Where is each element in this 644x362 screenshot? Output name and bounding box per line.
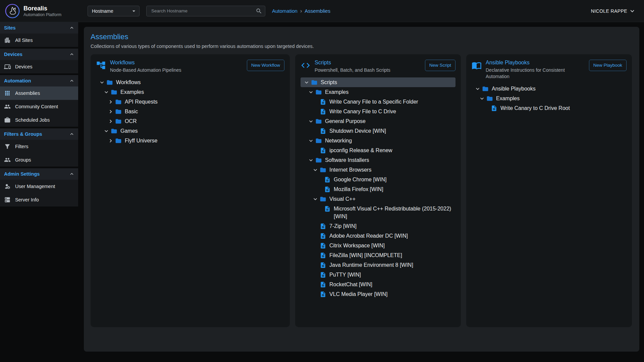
- tree-row[interactable]: Microsoft Visual C++ Redistributable (20…: [301, 204, 455, 221]
- chevron-right-icon[interactable]: [107, 99, 114, 105]
- tree-item-label: Visual C++: [329, 195, 356, 203]
- search-icon[interactable]: [256, 8, 262, 14]
- breadcrumb-item-assemblies[interactable]: Assemblies: [305, 8, 330, 14]
- tree-row[interactable]: Examples: [96, 87, 284, 97]
- sidebar-section-header-admin-settings[interactable]: Admin Settings: [0, 168, 78, 180]
- tree-row[interactable]: Citrix Workspace [WIN]: [301, 241, 455, 250]
- sidebar-item-assemblies[interactable]: Assemblies: [0, 86, 78, 100]
- tree-item-label: Examples: [496, 95, 520, 102]
- folder-icon: [311, 79, 318, 86]
- tree-item-label: Citrix Workspace [WIN]: [329, 242, 385, 249]
- sidebar-section-header-sites[interactable]: Sites: [0, 22, 78, 34]
- chevron-right-icon[interactable]: [107, 118, 114, 125]
- breadcrumb-item-automation[interactable]: Automation: [272, 8, 298, 14]
- tree-item-label: VLC Media Player [WIN]: [329, 290, 387, 298]
- tree-item-label: Ansible Playbooks: [492, 85, 536, 93]
- tree-row[interactable]: Mozilla Firefox [WIN]: [301, 184, 455, 194]
- file-icon: [320, 262, 326, 268]
- chevron-down-icon[interactable]: [308, 137, 314, 144]
- tree-row[interactable]: Workflows: [96, 77, 284, 87]
- book-icon: [472, 60, 482, 70]
- new-playbook-button[interactable]: New Playbook: [589, 60, 627, 71]
- file-icon: [324, 205, 331, 212]
- tree-row[interactable]: VLC Media Player [WIN]: [301, 289, 455, 299]
- tree-row[interactable]: 7-Zip [WIN]: [301, 221, 455, 231]
- chevron-down-icon[interactable]: [479, 95, 485, 102]
- sidebar-section-header-automation[interactable]: Automation: [0, 75, 78, 86]
- tree-row[interactable]: General Purpose: [301, 116, 455, 126]
- tree-row[interactable]: Scripts: [301, 77, 455, 87]
- tree-item-label: Mozilla Firefox [WIN]: [334, 185, 383, 193]
- tree-row[interactable]: Flyff Universe: [96, 136, 284, 145]
- chevron-down-icon[interactable]: [312, 196, 319, 202]
- tree-row[interactable]: Internet Browsers: [301, 165, 455, 175]
- sidebar-section-automation: AutomationAssembliesCommunity ContentSch…: [0, 75, 78, 127]
- user-menu[interactable]: NICOLE RAPPE: [591, 7, 636, 15]
- sidebar-section-filters-groups: Filters & GroupsFiltersGroups: [0, 128, 78, 167]
- sidebar-item-groups[interactable]: Groups: [0, 153, 78, 167]
- sidebar-section-header-devices[interactable]: Devices: [0, 49, 78, 60]
- tree-row[interactable]: Basic: [96, 107, 284, 116]
- new-workflow-button[interactable]: New Workflow: [247, 60, 284, 71]
- tree-row[interactable]: Shutdown Device [WIN]: [301, 126, 455, 136]
- borealis-logo: [5, 3, 20, 19]
- card-title: Scripts: [315, 60, 421, 66]
- tree-row[interactable]: Software Installers: [301, 155, 455, 165]
- tree-row[interactable]: Ansible Playbooks: [472, 84, 627, 94]
- sidebar-item-filters[interactable]: Filters: [0, 140, 78, 153]
- devices-icon: [4, 63, 11, 70]
- assemblies-panel: Assemblies Collections of various types …: [84, 27, 639, 352]
- sidebar-item-user-management[interactable]: User Management: [0, 180, 78, 193]
- tree-row[interactable]: Visual C++: [301, 194, 455, 204]
- search-input[interactable]: [151, 8, 256, 14]
- tree-row[interactable]: RocketChat [WIN]: [301, 280, 455, 289]
- tree-row[interactable]: OCR: [96, 116, 284, 126]
- sidebar-item-all-sites[interactable]: All Sites: [0, 34, 78, 47]
- folder-icon: [106, 79, 113, 86]
- tree-row[interactable]: Google Chrome [WIN]: [301, 175, 455, 184]
- tree-row[interactable]: Write Canary File to C Drive: [301, 107, 455, 116]
- chevron-down-icon[interactable]: [312, 167, 319, 173]
- new-script-button[interactable]: New Script: [425, 60, 455, 71]
- tree-row[interactable]: Games: [96, 126, 284, 136]
- tree-row[interactable]: Adobe Acrobat Reader DC [WIN]: [301, 231, 455, 241]
- chevron-down-icon[interactable]: [303, 79, 310, 86]
- tree-row[interactable]: ipconfig Release & Renew: [301, 145, 455, 155]
- sidebar-section-header-filters-groups[interactable]: Filters & Groups: [0, 128, 78, 140]
- breadcrumb-separator: ›: [300, 8, 302, 14]
- tree-playbooks: Ansible PlaybooksExamplesWrite Canary to…: [472, 84, 627, 113]
- tree-row[interactable]: Examples: [301, 87, 455, 97]
- tree-item-label: Microsoft Visual C++ Redistributable (20…: [334, 205, 453, 220]
- sidebar-item-devices[interactable]: Devices: [0, 60, 78, 73]
- chevron-down-icon[interactable]: [99, 79, 105, 86]
- groups-icon: [4, 157, 11, 163]
- chevron-down-icon[interactable]: [103, 89, 110, 96]
- sidebar-item-server-info[interactable]: Server Info: [0, 193, 78, 206]
- chevron-down-icon[interactable]: [308, 118, 314, 125]
- sidebar-section-label: Sites: [4, 25, 16, 31]
- tree-item-label: Flyff Universe: [125, 137, 158, 144]
- hostname-select[interactable]: Hostname: [88, 6, 140, 16]
- tree-row[interactable]: API Requests: [96, 97, 284, 107]
- tree-row[interactable]: Write Canary File to a Specific Folder: [301, 97, 455, 107]
- tree-item-label: Games: [120, 127, 138, 135]
- chevron-down-icon[interactable]: [308, 89, 314, 96]
- tree-row[interactable]: Java Runtime Environment 8 [WIN]: [301, 260, 455, 270]
- card-titles: ScriptsPowershell, Batch, and Bash Scrip…: [315, 60, 421, 73]
- tree-row[interactable]: Examples: [472, 94, 627, 103]
- chevron-down-icon[interactable]: [103, 128, 110, 134]
- chevron-right-icon[interactable]: [107, 137, 114, 144]
- sidebar-item-label: Assemblies: [15, 90, 40, 96]
- file-icon: [320, 99, 326, 105]
- chevron-down-icon[interactable]: [308, 157, 314, 164]
- tree-row[interactable]: Networking: [301, 136, 455, 145]
- chevron-right-icon[interactable]: [107, 108, 114, 115]
- tree-item-label: Internet Browsers: [329, 166, 371, 174]
- chevron-down-icon[interactable]: [474, 85, 481, 92]
- tree-row[interactable]: Write Canary to C Drive Root: [472, 103, 627, 113]
- sidebar-item-community-content[interactable]: Community Content: [0, 100, 78, 113]
- tree-row[interactable]: PuTTY [WIN]: [301, 270, 455, 280]
- brand: Borealis Automation Platform: [0, 3, 78, 19]
- sidebar-item-scheduled-jobs[interactable]: Scheduled Jobs: [0, 113, 78, 127]
- tree-row[interactable]: FileZilla [WIN] [INCOMPLETE]: [301, 250, 455, 260]
